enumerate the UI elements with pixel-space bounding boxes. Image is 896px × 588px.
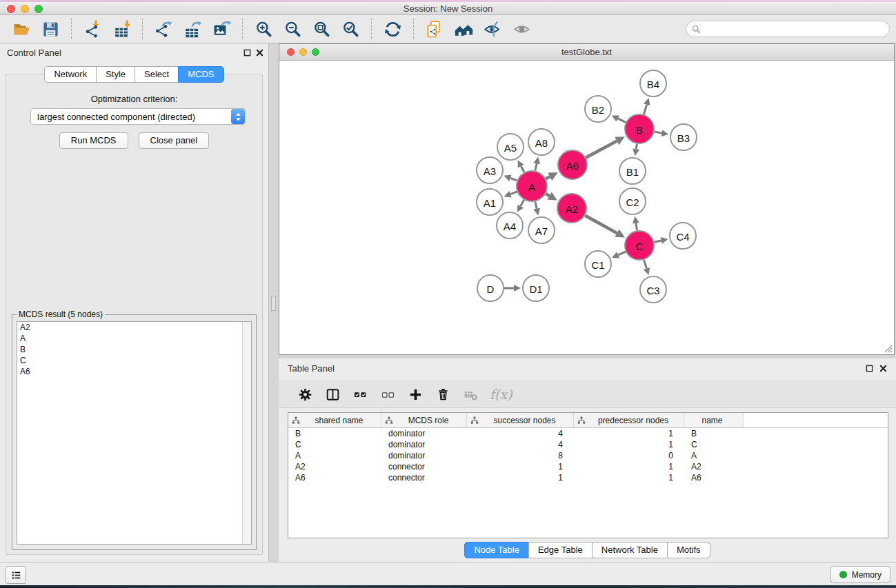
- edge-A-A7[interactable]: [535, 201, 537, 208]
- edge-A-A6[interactable]: [546, 176, 550, 179]
- cell-name[interactable]: A: [684, 450, 744, 461]
- cell-MCDS-role[interactable]: connector: [381, 461, 467, 472]
- cell-shared-name[interactable]: B: [288, 428, 381, 439]
- criterion-dropdown[interactable]: largest connected component (directed): [30, 108, 246, 125]
- open-session-icon[interactable]: [10, 18, 33, 40]
- cell-MCDS-role[interactable]: dominator: [381, 439, 467, 450]
- edge-A2-C[interactable]: [585, 216, 617, 234]
- cell-shared-name[interactable]: C: [288, 439, 381, 450]
- edge-C-C4[interactable]: [654, 241, 661, 242]
- edge-B-B4[interactable]: [644, 105, 646, 114]
- edge-B-B1[interactable]: [636, 144, 637, 150]
- close-panel-button[interactable]: Close panel: [139, 132, 210, 149]
- edge-A-A2[interactable]: [546, 194, 549, 196]
- zoom-selected-icon[interactable]: [339, 18, 362, 40]
- cell-MCDS-role[interactable]: connector: [381, 472, 467, 483]
- cell-successor-nodes[interactable]: 1: [467, 461, 574, 472]
- zoom-out-icon[interactable]: [281, 18, 304, 40]
- tab-edge-table[interactable]: Edge Table: [528, 542, 593, 558]
- select-all-columns-icon[interactable]: [348, 384, 372, 405]
- tab-network[interactable]: Network: [44, 66, 97, 83]
- edge-A-A1[interactable]: [510, 192, 517, 194]
- save-session-icon[interactable]: [39, 18, 62, 40]
- tab-motifs[interactable]: Motifs: [667, 542, 710, 558]
- result-scrollbar[interactable]: [242, 322, 251, 544]
- edge-C-C1[interactable]: [618, 252, 626, 255]
- result-item-a2[interactable]: A2: [17, 322, 251, 333]
- cell-successor-nodes[interactable]: 1: [467, 472, 574, 483]
- edge-B-B3[interactable]: [655, 132, 662, 133]
- edge-A-A8[interactable]: [535, 163, 537, 170]
- add-column-icon[interactable]: [403, 384, 428, 405]
- export-image-icon[interactable]: [210, 18, 233, 40]
- cell-successor-nodes[interactable]: 4: [467, 428, 574, 439]
- column-settings-icon[interactable]: [292, 384, 317, 405]
- table-row[interactable]: A2connector11A2: [288, 461, 888, 472]
- zoom-fit-icon[interactable]: [310, 18, 333, 40]
- close-panel-icon[interactable]: [255, 48, 264, 57]
- cell-shared-name[interactable]: A6: [288, 472, 381, 483]
- cell-shared-name[interactable]: A2: [288, 461, 381, 472]
- network-window-titlebar[interactable]: testGlobe.txt: [279, 44, 894, 61]
- deselect-all-columns-icon[interactable]: [375, 384, 400, 405]
- cell-name[interactable]: C: [684, 439, 744, 450]
- table-row[interactable]: Cdominator41C: [288, 439, 888, 450]
- cell-MCDS-role[interactable]: dominator: [381, 450, 467, 461]
- cell-name[interactable]: A6: [684, 472, 744, 483]
- tab-style[interactable]: Style: [96, 66, 135, 83]
- result-item-c[interactable]: C: [17, 355, 251, 366]
- node-table[interactable]: shared nameMCDS rolesuccessor nodesprede…: [288, 412, 888, 538]
- home-network-icon[interactable]: [452, 18, 475, 40]
- cell-predecessor-nodes[interactable]: 1: [574, 472, 684, 483]
- export-network-icon[interactable]: [152, 18, 175, 40]
- cell-successor-nodes[interactable]: 4: [467, 439, 574, 450]
- float-panel-icon[interactable]: [242, 48, 252, 57]
- edge-A-A5[interactable]: [521, 166, 524, 172]
- network-canvas[interactable]: B4B2BB3A8A5A6A3B1AC2A1A2A4A7C4CC1DD1C3: [279, 61, 894, 354]
- edge-C-C2[interactable]: [636, 223, 637, 231]
- column-header-predecessor-nodes[interactable]: predecessor nodes: [574, 413, 684, 427]
- table-close-panel-icon[interactable]: [878, 363, 888, 373]
- search-field[interactable]: [686, 21, 890, 37]
- tab-mcds[interactable]: MCDS: [178, 66, 223, 83]
- column-header-name[interactable]: name: [684, 413, 744, 427]
- tab-network-table[interactable]: Network Table: [592, 542, 668, 558]
- edge-C-C3[interactable]: [644, 260, 647, 268]
- export-table-icon[interactable]: [181, 18, 204, 40]
- edge-A-A4[interactable]: [521, 200, 524, 206]
- splitter-grip[interactable]: [271, 296, 276, 311]
- result-item-b[interactable]: B: [17, 344, 251, 355]
- edge-B-B2[interactable]: [618, 119, 626, 123]
- edge-A-A3[interactable]: [510, 178, 517, 181]
- search-input[interactable]: [704, 24, 884, 34]
- hide-details-icon[interactable]: [481, 18, 504, 40]
- tab-select[interactable]: Select: [135, 66, 179, 83]
- cell-predecessor-nodes[interactable]: 1: [574, 461, 684, 472]
- zoom-in-icon[interactable]: [252, 18, 275, 40]
- cell-successor-nodes[interactable]: 8: [467, 450, 574, 461]
- cell-predecessor-nodes[interactable]: 0: [574, 450, 684, 461]
- memory-button[interactable]: Memory: [830, 566, 890, 583]
- panel-splitter-vertical[interactable]: [269, 43, 279, 562]
- cell-name[interactable]: B: [684, 428, 744, 439]
- result-item-a6[interactable]: A6: [17, 366, 251, 377]
- edge-A6-B[interactable]: [586, 141, 617, 157]
- cell-shared-name[interactable]: A: [288, 450, 381, 461]
- import-network-icon[interactable]: [81, 18, 104, 40]
- show-panels-list-button[interactable]: [6, 566, 26, 584]
- run-mcds-button[interactable]: Run MCDS: [59, 132, 128, 149]
- refresh-layout-icon[interactable]: [381, 18, 404, 40]
- tab-node-table[interactable]: Node Table: [464, 542, 529, 558]
- column-header-shared-name[interactable]: shared name: [288, 413, 381, 427]
- cell-name[interactable]: A2: [684, 461, 744, 472]
- table-row[interactable]: A6connector11A6: [288, 472, 888, 483]
- table-row[interactable]: Adominator80A: [288, 450, 888, 461]
- import-table-icon[interactable]: [110, 18, 133, 40]
- delete-column-icon[interactable]: [430, 384, 455, 405]
- network-window[interactable]: testGlobe.txt B4B2BB3A8A5A6A3B1AC2A1A2A4…: [279, 43, 895, 355]
- result-item-a[interactable]: A: [17, 333, 251, 344]
- clone-network-icon[interactable]: [423, 18, 446, 40]
- table-row[interactable]: Bdominator41B: [288, 428, 888, 439]
- column-header-MCDS-role[interactable]: MCDS role: [381, 413, 467, 427]
- cell-predecessor-nodes[interactable]: 1: [574, 428, 684, 439]
